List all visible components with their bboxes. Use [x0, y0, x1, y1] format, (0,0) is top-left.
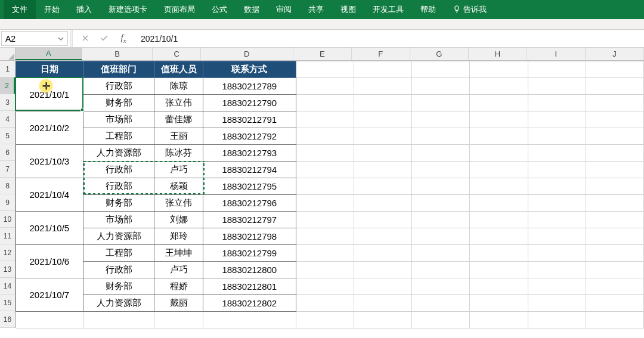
phone-cell[interactable]: 18830212800 — [203, 262, 296, 278]
grid[interactable]: 日期值班部门值班人员联系方式2021/10/1行政部陈琼18830212789财… — [16, 61, 644, 338]
row-header[interactable]: 1 — [0, 61, 15, 77]
column-header[interactable]: E — [293, 48, 352, 60]
empty-cell[interactable] — [296, 312, 354, 328]
empty-cell[interactable] — [470, 111, 528, 128]
empty-cell[interactable] — [296, 228, 354, 245]
empty-cell[interactable] — [586, 228, 643, 245]
empty-cell[interactable] — [528, 95, 586, 111]
row-header[interactable]: 6 — [0, 144, 15, 161]
phone-cell[interactable]: 18830212794 — [203, 162, 296, 178]
ribbon-tab-tellme[interactable]: 告诉我 — [444, 0, 495, 19]
empty-cell[interactable] — [296, 178, 354, 195]
empty-cell[interactable] — [296, 162, 354, 178]
empty-cell[interactable] — [412, 245, 470, 262]
ribbon-tab-developer[interactable]: 开发工具 — [364, 0, 412, 19]
row-header[interactable]: 2 — [0, 77, 15, 94]
empty-cell[interactable] — [354, 195, 412, 212]
empty-cell[interactable] — [528, 312, 586, 328]
date-cell[interactable]: 2021/10/7 — [16, 278, 83, 312]
empty-cell[interactable] — [296, 111, 354, 128]
row-header[interactable]: 5 — [0, 128, 15, 144]
column-header[interactable]: G — [410, 48, 469, 60]
dept-cell[interactable]: 市场部 — [83, 212, 154, 228]
ribbon-tab-share[interactable]: 共享 — [300, 0, 332, 19]
empty-cell[interactable] — [528, 262, 586, 278]
empty-cell[interactable] — [528, 145, 586, 162]
empty-cell[interactable] — [586, 162, 643, 178]
row-header[interactable]: 13 — [0, 261, 15, 278]
column-header[interactable]: J — [586, 48, 644, 60]
row-header[interactable]: 9 — [0, 194, 15, 211]
person-cell[interactable]: 郑玲 — [154, 228, 203, 245]
ribbon-tab-data[interactable]: 数据 — [236, 0, 268, 19]
phone-cell[interactable]: 18830212791 — [203, 111, 296, 128]
date-cell[interactable]: 2021/10/4 — [16, 178, 83, 212]
empty-cell[interactable] — [354, 145, 412, 162]
empty-cell[interactable] — [528, 295, 586, 312]
row-header[interactable]: 10 — [0, 211, 15, 228]
dept-cell[interactable]: 行政部 — [83, 162, 154, 178]
empty-cell[interactable] — [586, 178, 643, 195]
empty-cell[interactable] — [586, 312, 643, 328]
empty-cell[interactable] — [354, 278, 412, 295]
formula-input[interactable]: 2021/10/1 — [136, 30, 644, 47]
empty-cell[interactable] — [586, 128, 643, 145]
empty-cell[interactable] — [412, 128, 470, 145]
date-cell[interactable]: 2021/10/1 — [16, 78, 83, 111]
empty-cell[interactable] — [354, 212, 412, 228]
empty-cell[interactable] — [296, 278, 354, 295]
confirm-button[interactable] — [98, 34, 111, 44]
empty-cell[interactable] — [354, 262, 412, 278]
empty-cell[interactable] — [470, 95, 528, 111]
empty-cell[interactable] — [586, 61, 643, 78]
phone-cell[interactable]: 18830212796 — [203, 195, 296, 212]
row-header[interactable]: 16 — [0, 311, 15, 328]
empty-cell[interactable] — [586, 145, 643, 162]
empty-cell[interactable] — [470, 212, 528, 228]
empty-cell[interactable] — [296, 128, 354, 145]
empty-cell[interactable] — [528, 178, 586, 195]
person-cell[interactable]: 卢巧 — [154, 262, 203, 278]
empty-cell[interactable] — [470, 195, 528, 212]
empty-cell[interactable] — [83, 312, 154, 328]
empty-cell[interactable] — [586, 262, 643, 278]
empty-cell[interactable] — [412, 111, 470, 128]
empty-cell[interactable] — [354, 245, 412, 262]
ribbon-tab-formulas[interactable]: 公式 — [203, 0, 236, 19]
column-header[interactable]: F — [352, 48, 410, 60]
empty-cell[interactable] — [528, 195, 586, 212]
ribbon-tab-pagelayout[interactable]: 页面布局 — [156, 0, 203, 19]
table-header-cell[interactable]: 值班人员 — [154, 61, 203, 78]
phone-cell[interactable]: 18830212802 — [203, 295, 296, 312]
empty-cell[interactable] — [470, 178, 528, 195]
empty-cell[interactable] — [470, 145, 528, 162]
date-cell[interactable]: 2021/10/3 — [16, 145, 83, 178]
dept-cell[interactable]: 行政部 — [83, 78, 154, 95]
empty-cell[interactable] — [470, 228, 528, 245]
empty-cell[interactable] — [528, 61, 586, 78]
empty-cell[interactable] — [412, 162, 470, 178]
empty-cell[interactable] — [412, 178, 470, 195]
empty-cell[interactable] — [296, 95, 354, 111]
empty-cell[interactable] — [354, 162, 412, 178]
ribbon-tab-file[interactable]: 文件 — [4, 0, 36, 19]
dept-cell[interactable]: 工程部 — [83, 128, 154, 145]
row-header[interactable]: 14 — [0, 278, 15, 294]
person-cell[interactable]: 戴丽 — [154, 295, 203, 312]
ribbon-tab-insert[interactable]: 插入 — [68, 0, 100, 19]
table-header-cell[interactable]: 值班部门 — [83, 61, 154, 78]
empty-cell[interactable] — [528, 212, 586, 228]
phone-cell[interactable]: 18830212795 — [203, 178, 296, 195]
empty-cell[interactable] — [354, 78, 412, 95]
row-header[interactable]: 11 — [0, 228, 15, 244]
person-cell[interactable]: 刘娜 — [154, 212, 203, 228]
phone-cell[interactable]: 18830212801 — [203, 278, 296, 295]
empty-cell[interactable] — [586, 245, 643, 262]
person-cell[interactable]: 王坤坤 — [154, 245, 203, 262]
empty-cell[interactable] — [412, 212, 470, 228]
column-header[interactable]: A — [16, 48, 82, 60]
empty-cell[interactable] — [412, 78, 470, 95]
empty-cell[interactable] — [154, 312, 203, 328]
empty-cell[interactable] — [354, 312, 412, 328]
dept-cell[interactable]: 人力资源部 — [83, 295, 154, 312]
